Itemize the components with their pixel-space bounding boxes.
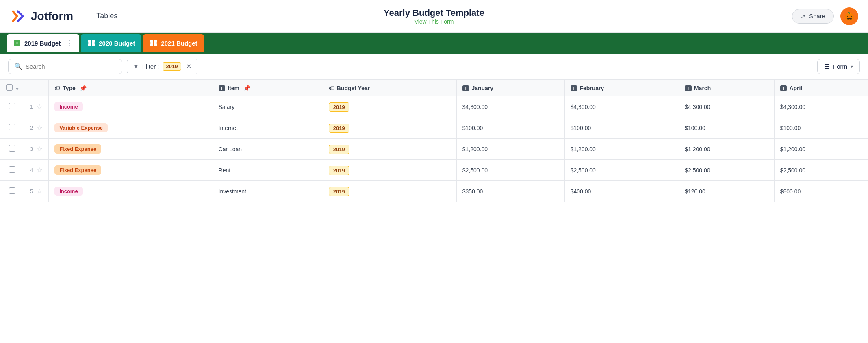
toolbar-right: ☰ Form ▾ (817, 59, 860, 74)
star-icon-4[interactable]: ☆ (36, 187, 43, 196)
form-icon: ☰ (824, 63, 830, 70)
col-item: T Item 📌 (213, 80, 323, 96)
star-icon-2[interactable]: ☆ (36, 145, 43, 154)
col-march: T March (679, 80, 774, 96)
item-value-2: Car Loan (219, 146, 242, 152)
budget-table: ▾ 🏷 Type 📌 T Item 📌 (0, 80, 868, 202)
col-budget-year-label: Budget Year (337, 85, 370, 91)
col-row-num (24, 80, 48, 96)
cell-february-3: $2,500.00 (564, 160, 679, 181)
cell-select-0 (0, 96, 24, 117)
cell-item-3: Rent (213, 160, 323, 181)
header-right: ↗ Share 🎃 (792, 7, 858, 25)
cell-january-4: $350.00 (456, 181, 564, 202)
table-row: 3 ☆ Fixed Expense Car Loan 2019 $1,200.0… (0, 139, 868, 160)
col-type: 🏷 Type 📌 (49, 80, 213, 96)
tab-2021-budget[interactable]: 2021 Budget (143, 34, 204, 52)
header-center: Yearly Budget Template View This Form (384, 8, 484, 25)
april-value-1: $100.00 (780, 125, 801, 131)
cell-april-3: $2,500.00 (774, 160, 868, 181)
tab-2019-dots[interactable]: ⋮ (65, 39, 73, 48)
logo-divider (85, 10, 85, 23)
row-checkbox-2[interactable] (9, 145, 15, 152)
filter-icon: ▼ (133, 63, 139, 70)
cell-type-1: Variable Expense (49, 117, 213, 139)
svg-rect-7 (88, 43, 91, 46)
col-budget-year: 🏷 Budget Year (323, 80, 456, 96)
jotform-logo-icon (10, 8, 26, 24)
item-value-1: Internet (219, 125, 238, 131)
search-input[interactable] (26, 63, 116, 70)
share-button[interactable]: ↗ Share (792, 9, 834, 24)
cell-type-0: Income (49, 96, 213, 117)
cell-item-1: Internet (213, 117, 323, 139)
cell-february-1: $100.00 (564, 117, 679, 139)
filter-close-button[interactable]: ✕ (186, 63, 191, 70)
col-february: T February (564, 80, 679, 96)
svg-rect-8 (92, 43, 95, 46)
cell-january-2: $1,200.00 (456, 139, 564, 160)
budget-year-badge-2: 2019 (329, 145, 349, 154)
cell-item-4: Investment (213, 181, 323, 202)
budget-year-badge-0: 2019 (329, 102, 349, 112)
svg-rect-12 (154, 43, 157, 46)
cell-march-4: $120.00 (679, 181, 774, 202)
svg-rect-10 (154, 40, 157, 43)
table-row: 1 ☆ Income Salary 2019 $4,300.00 $4,300.… (0, 96, 868, 117)
avatar[interactable]: 🎃 (840, 7, 858, 25)
cell-select-2 (0, 139, 24, 160)
row-checkbox-3[interactable] (9, 166, 15, 173)
february-value-4: $400.00 (571, 188, 591, 195)
cell-select-1 (0, 117, 24, 139)
tab-grid-icon-2021 (150, 39, 158, 47)
form-button[interactable]: ☰ Form ▾ (817, 59, 860, 74)
col-january-label: January (471, 85, 493, 91)
february-value-3: $2,500.00 (571, 167, 596, 174)
february-value-2: $1,200.00 (571, 146, 596, 152)
january-value-4: $350.00 (462, 188, 483, 195)
budget-year-badge-4: 2019 (329, 187, 349, 196)
row-checkbox-0[interactable] (9, 103, 15, 109)
svg-rect-2 (17, 40, 20, 43)
col-item-label: Item (228, 85, 239, 91)
tab-2019-budget[interactable]: 2019 Budget ⋮ (7, 34, 79, 52)
row-number-1: 2 (30, 125, 33, 131)
T-icon-january: T (462, 85, 469, 91)
tab-bar: 2019 Budget ⋮ 2020 Budget 2021 Budget (0, 33, 868, 54)
april-value-2: $1,200.00 (780, 146, 805, 152)
cell-april-4: $800.00 (774, 181, 868, 202)
select-all-checkbox[interactable] (6, 84, 13, 91)
pin-icon-item: 📌 (243, 85, 250, 91)
col-february-label: February (579, 85, 604, 91)
cell-april-0: $4,300.00 (774, 96, 868, 117)
logo-area: Jotform Tables (10, 8, 117, 24)
cell-february-0: $4,300.00 (564, 96, 679, 117)
january-value-2: $1,200.00 (462, 146, 488, 152)
cell-budget-year-2: 2019 (323, 139, 456, 160)
table-row: 5 ☆ Income Investment 2019 $350.00 $400.… (0, 181, 868, 202)
item-value-3: Rent (219, 167, 231, 174)
tab-2020-budget[interactable]: 2020 Budget (81, 34, 141, 52)
col-expand-icon: ▾ (16, 86, 18, 92)
view-form-link[interactable]: View This Form (384, 18, 484, 25)
col-january: T January (456, 80, 564, 96)
logo-text: Jotform (31, 10, 73, 23)
row-checkbox-4[interactable] (9, 187, 15, 194)
tab-grid-icon-2019 (13, 39, 21, 47)
row-checkbox-1[interactable] (9, 124, 15, 130)
tag-icon-budget-year: 🏷 (329, 85, 334, 91)
tables-label: Tables (96, 12, 117, 20)
star-icon-3[interactable]: ☆ (36, 166, 43, 175)
table-body: 1 ☆ Income Salary 2019 $4,300.00 $4,300.… (0, 96, 868, 202)
cell-january-0: $4,300.00 (456, 96, 564, 117)
budget-year-badge-1: 2019 (329, 124, 349, 133)
type-badge-0: Income (54, 102, 83, 111)
star-icon-1[interactable]: ☆ (36, 124, 43, 132)
search-box[interactable]: 🔍 (8, 59, 122, 74)
tab-grid-icon-2020 (87, 39, 95, 47)
cell-select-4 (0, 181, 24, 202)
filter-box[interactable]: ▼ Filter : 2019 ✕ (127, 59, 197, 74)
item-value-0: Salary (219, 104, 235, 110)
march-value-0: $4,300.00 (685, 104, 710, 110)
star-icon-0[interactable]: ☆ (36, 102, 43, 111)
